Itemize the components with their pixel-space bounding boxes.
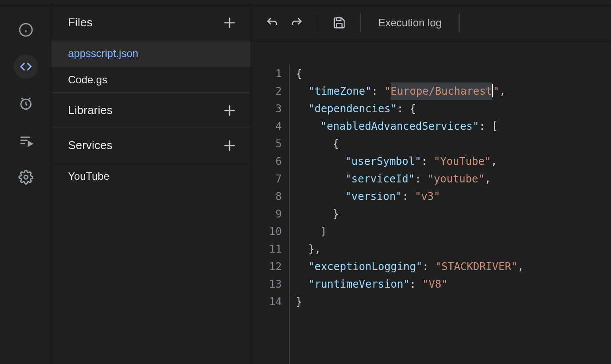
code-line[interactable]: { xyxy=(296,135,611,153)
editor-toolbar: Execution log xyxy=(250,5,611,40)
execution-log-button[interactable]: Execution log xyxy=(370,17,449,29)
line-number: 11 xyxy=(250,240,282,258)
line-number: 1 xyxy=(250,65,282,82)
code-line[interactable]: "serviceId": "youtube", xyxy=(296,170,611,188)
redo-button[interactable] xyxy=(285,11,308,34)
line-number: 13 xyxy=(250,275,282,293)
line-number-gutter: 1234567891011121314 xyxy=(250,65,289,364)
line-number: 14 xyxy=(250,293,282,310)
line-number: 3 xyxy=(250,100,282,118)
save-button[interactable] xyxy=(328,11,351,34)
code-line[interactable]: "enabledAdvancedServices": [ xyxy=(296,118,611,135)
line-number: 4 xyxy=(250,118,282,135)
code-line[interactable]: "exceptionLogging": "STACKDRIVER", xyxy=(296,258,611,275)
file-item[interactable]: Code.gs xyxy=(52,67,250,93)
code-line[interactable]: "runtimeVersion": "V8" xyxy=(296,275,611,293)
toolbar-separator xyxy=(318,13,318,33)
code-editor[interactable]: 1234567891011121314 {"timeZone": "Europe… xyxy=(250,40,611,364)
svg-rect-16 xyxy=(337,18,341,20)
files-panel: Files appsscript.json Code.gs Libraries … xyxy=(52,5,250,364)
files-header: Files xyxy=(52,5,250,40)
overview-icon[interactable] xyxy=(14,18,38,42)
line-number: 8 xyxy=(250,188,282,205)
editor-area: Execution log 1234567891011121314 {"time… xyxy=(250,5,611,364)
window-top-border xyxy=(0,0,611,5)
line-number: 12 xyxy=(250,258,282,275)
code-line[interactable]: { xyxy=(296,65,611,82)
line-number: 10 xyxy=(250,223,282,240)
file-item[interactable]: appsscript.json xyxy=(52,40,250,67)
toolbar-separator xyxy=(459,13,460,33)
svg-rect-15 xyxy=(337,23,342,28)
line-number: 2 xyxy=(250,82,282,100)
line-number: 5 xyxy=(250,135,282,153)
code-line[interactable]: "userSymbol": "YouTube", xyxy=(296,153,611,170)
line-number: 7 xyxy=(250,170,282,188)
svg-point-8 xyxy=(24,175,28,179)
libraries-header: Libraries xyxy=(52,93,250,128)
code-line[interactable]: } xyxy=(296,293,611,310)
libraries-header-label: Libraries xyxy=(68,103,113,117)
settings-icon[interactable] xyxy=(14,165,38,189)
line-number: 9 xyxy=(250,205,282,223)
triggers-icon[interactable] xyxy=(14,91,38,116)
code-line[interactable]: ] xyxy=(296,223,611,240)
svg-marker-7 xyxy=(29,142,32,146)
add-service-button[interactable] xyxy=(220,136,239,155)
files-header-label: Files xyxy=(68,16,93,29)
add-library-button[interactable] xyxy=(220,101,239,120)
left-rail xyxy=(0,5,52,364)
main-layout: Files appsscript.json Code.gs Libraries … xyxy=(0,5,611,364)
code-line[interactable]: }, xyxy=(296,240,611,258)
executions-icon[interactable] xyxy=(14,128,38,153)
editor-icon[interactable] xyxy=(14,54,38,79)
services-header: Services xyxy=(52,128,250,163)
undo-button[interactable] xyxy=(261,11,284,34)
add-file-button[interactable] xyxy=(220,13,239,32)
services-header-label: Services xyxy=(68,139,112,152)
code-line[interactable]: } xyxy=(296,205,611,223)
text-cursor xyxy=(492,84,493,97)
code-line[interactable]: "version": "v3" xyxy=(296,188,611,205)
service-item[interactable]: YouTube xyxy=(52,163,250,189)
line-number: 6 xyxy=(250,153,282,170)
toolbar-separator xyxy=(360,13,361,33)
code-line[interactable]: "timeZone": "Europe/Bucharest", xyxy=(296,82,611,100)
code-line[interactable]: "dependencies": { xyxy=(296,100,611,118)
gutter-border xyxy=(289,65,290,364)
code-content[interactable]: {"timeZone": "Europe/Bucharest","depende… xyxy=(296,65,611,364)
